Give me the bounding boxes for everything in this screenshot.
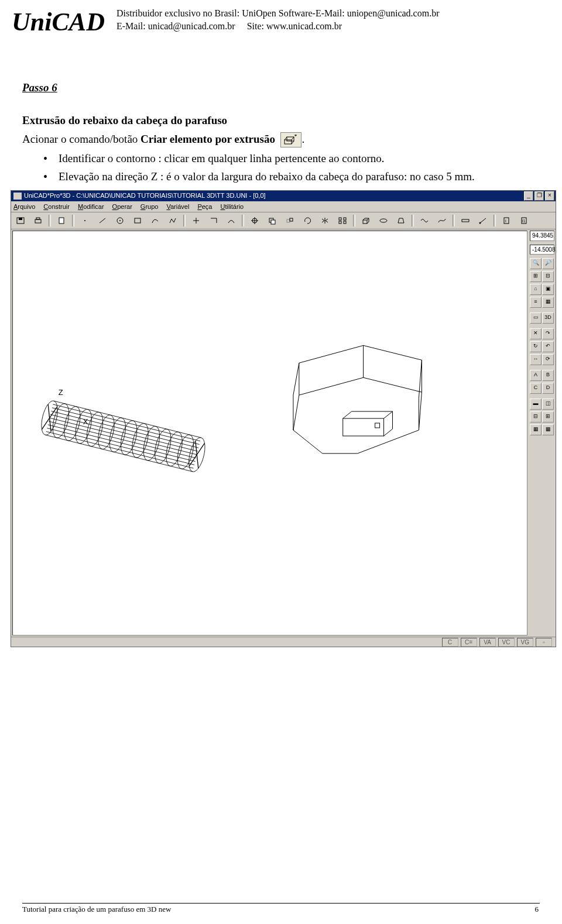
menu-operar[interactable]: Operar — [112, 202, 132, 211]
view-icon[interactable]: ▭ — [530, 312, 542, 324]
vp1-icon[interactable]: ▬ — [530, 399, 542, 410]
tool-wave-icon[interactable] — [417, 214, 431, 227]
svg-line-48 — [48, 425, 196, 462]
refresh-icon[interactable]: ⟳ — [542, 354, 554, 365]
zoom-out-icon[interactable]: 🔎 — [542, 258, 554, 269]
vp3-icon[interactable]: ⊟ — [530, 411, 542, 423]
zoom-ext-icon[interactable]: ▣ — [542, 284, 554, 295]
tool-info1-icon[interactable]: i1 — [517, 214, 531, 227]
svg-line-2 — [285, 137, 287, 140]
svg-rect-77 — [343, 418, 384, 436]
tool-measure-icon[interactable] — [476, 214, 490, 227]
tool-copy-icon[interactable] — [265, 214, 279, 227]
menu-arquivo[interactable]: Arquivo — [13, 202, 35, 211]
svg-rect-11 — [59, 218, 64, 224]
axis-z-label: Z — [59, 389, 63, 397]
svg-point-15 — [119, 220, 121, 221]
tool-move-icon[interactable] — [283, 214, 297, 227]
list-icon[interactable]: ≡ — [530, 297, 542, 308]
bullet-list: Identificar o contorno : clicar em qualq… — [43, 151, 540, 184]
svg-point-12 — [84, 220, 85, 221]
view-c-button[interactable]: C — [530, 383, 542, 394]
drawing-canvas[interactable]: Z X — [12, 231, 527, 636]
menu-utilitario[interactable]: Utilitário — [220, 202, 244, 211]
svg-line-71 — [299, 346, 364, 363]
pan-icon[interactable]: ↔ — [530, 354, 542, 365]
3d-button[interactable]: 3D — [542, 312, 554, 324]
section-heading: Extrusão do rebaixo da cabeça do parafus… — [22, 113, 540, 128]
tool-new-icon[interactable] — [54, 214, 68, 227]
zoom-prev-icon[interactable]: ⊟ — [542, 271, 554, 282]
svg-rect-24 — [287, 219, 290, 222]
app-icon — [13, 193, 22, 200]
svg-line-69 — [293, 363, 299, 396]
tool-info-icon[interactable]: i — [499, 214, 513, 227]
tool-rotate-icon[interactable] — [300, 214, 314, 227]
svg-rect-28 — [339, 221, 341, 224]
menu-modificar[interactable]: Modificar — [78, 202, 104, 211]
zoom-in-icon[interactable]: 🔍 — [530, 258, 542, 269]
view-a-button[interactable]: A — [530, 370, 542, 381]
svg-rect-25 — [290, 218, 293, 221]
vp2-icon[interactable]: ◫ — [542, 399, 554, 410]
tool-line-icon[interactable] — [95, 214, 109, 227]
tool-revolve-icon[interactable] — [376, 214, 390, 227]
menu-grupo[interactable]: Grupo — [140, 202, 159, 211]
menu-construir[interactable]: Construir — [43, 202, 70, 211]
tool-print-icon[interactable] — [31, 214, 45, 227]
tool-point-icon[interactable] — [78, 214, 92, 227]
logo: UniCAD — [12, 5, 105, 39]
svg-text:i1: i1 — [522, 219, 526, 223]
vp6-icon[interactable]: ▩ — [542, 424, 554, 435]
tool-circle-icon[interactable] — [113, 214, 127, 227]
tool-curve-icon[interactable] — [148, 214, 162, 227]
status-bar: C C= VA VC VG ▫ — [11, 637, 556, 647]
tool-trim-icon[interactable] — [189, 214, 203, 227]
svg-rect-29 — [344, 221, 346, 224]
zoom-all-icon[interactable]: ⌂ — [530, 284, 542, 295]
svg-line-4 — [292, 141, 294, 144]
svg-rect-23 — [271, 220, 275, 224]
vp5-icon[interactable]: ▦ — [530, 424, 542, 435]
vp4-icon[interactable]: ⊞ — [542, 411, 554, 423]
menu-peca[interactable]: Peça — [197, 202, 212, 211]
tool-center-icon[interactable] — [248, 214, 262, 227]
tool-ruler-icon[interactable] — [458, 214, 472, 227]
svg-marker-67 — [293, 378, 422, 454]
view-d-button[interactable]: D — [542, 383, 554, 394]
svg-point-31 — [380, 219, 387, 222]
instruction-line: Acionar o comando/botão Criar elemento p… — [22, 132, 540, 148]
tool-array-icon[interactable] — [335, 214, 349, 227]
tool-spline-icon[interactable] — [435, 214, 449, 227]
undo-icon[interactable]: ↶ — [542, 341, 554, 352]
tool-pline-icon[interactable] — [166, 214, 180, 227]
tool-extend-icon[interactable] — [207, 214, 221, 227]
coord-x: 94.3845 — [530, 231, 554, 241]
step-heading: Passo 6 — [22, 80, 540, 95]
cancel-icon[interactable]: ✕ — [530, 328, 542, 339]
maximize-button[interactable]: ❐ — [534, 191, 544, 201]
status-vc: VC — [498, 638, 515, 647]
svg-line-3 — [292, 137, 294, 140]
close-button[interactable]: × — [545, 191, 554, 201]
svg-line-73 — [364, 346, 422, 360]
header-line-2: E-Mail: unicad@unicad.com.br Site: www.u… — [116, 20, 440, 33]
svg-line-44 — [51, 411, 198, 448]
orbit-icon[interactable]: ↻ — [530, 341, 542, 352]
tool-path-icon[interactable] — [224, 214, 238, 227]
grid-icon[interactable]: ▦ — [542, 297, 554, 308]
tool-mirror-icon[interactable] — [318, 214, 332, 227]
view-b-button[interactable]: B — [542, 370, 554, 381]
zoom-win-icon[interactable]: ⊞ — [530, 271, 542, 282]
tool-loft-icon[interactable] — [394, 214, 408, 227]
minimize-button[interactable]: _ — [524, 191, 533, 201]
tool-extrude-icon[interactable] — [359, 214, 373, 227]
redo-icon[interactable]: ↷ — [542, 328, 554, 339]
tool-save-icon[interactable] — [13, 214, 28, 227]
svg-rect-32 — [462, 219, 469, 222]
menu-variavel[interactable]: Variável — [166, 202, 189, 211]
svg-rect-0 — [285, 140, 292, 144]
header-info: Distribuidor exclusivo no Brasil: UniOpe… — [116, 5, 440, 32]
bullet-item: Identificar o contorno : clicar em qualq… — [43, 151, 540, 166]
tool-rect-icon[interactable] — [131, 214, 145, 227]
